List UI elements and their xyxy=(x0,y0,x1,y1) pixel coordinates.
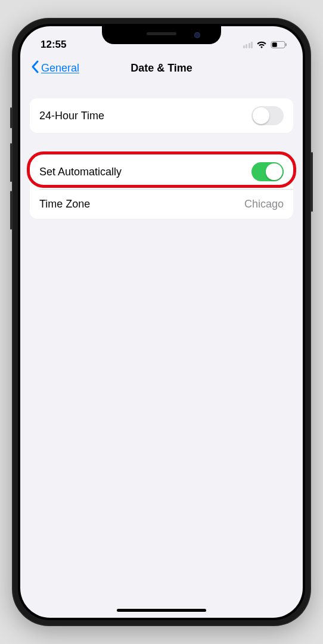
mute-switch xyxy=(10,107,12,128)
phone-frame: 12:55 xyxy=(12,18,311,626)
cellular-signal-icon xyxy=(243,42,253,48)
power-button xyxy=(311,152,313,212)
navigation-bar: General Date & Time xyxy=(20,55,303,83)
settings-group-1: 24-Hour Time xyxy=(30,98,293,133)
battery-icon xyxy=(271,41,287,49)
row-label: 24-Hour Time xyxy=(39,110,104,122)
speaker xyxy=(147,32,176,35)
notch xyxy=(102,26,221,44)
wifi-icon xyxy=(256,41,267,49)
row-set-automatically[interactable]: Set Automatically xyxy=(30,154,293,189)
toggle-knob xyxy=(266,163,282,180)
back-label: General xyxy=(41,62,79,75)
back-button[interactable]: General xyxy=(31,60,79,76)
svg-rect-1 xyxy=(272,42,277,47)
volume-down-button xyxy=(10,191,12,230)
front-camera xyxy=(194,32,200,38)
svg-rect-2 xyxy=(285,44,287,47)
toggle-knob xyxy=(253,107,269,124)
toggle-set-automatically[interactable] xyxy=(251,162,284,181)
content: 24-Hour Time Set Automatically xyxy=(20,83,303,219)
screen: 12:55 xyxy=(20,26,303,618)
chevron-left-icon xyxy=(31,60,39,76)
settings-group-2: Set Automatically Time Zone Chicago xyxy=(30,154,293,219)
row-value: Chicago xyxy=(244,198,284,210)
volume-up-button xyxy=(10,143,12,182)
row-24-hour-time[interactable]: 24-Hour Time xyxy=(30,98,293,133)
status-time: 12:55 xyxy=(41,39,66,51)
row-label: Set Automatically xyxy=(39,166,122,178)
row-time-zone[interactable]: Time Zone Chicago xyxy=(30,189,293,219)
row-label: Time Zone xyxy=(39,198,90,210)
home-indicator[interactable] xyxy=(117,609,206,612)
toggle-24-hour-time[interactable] xyxy=(251,106,284,125)
